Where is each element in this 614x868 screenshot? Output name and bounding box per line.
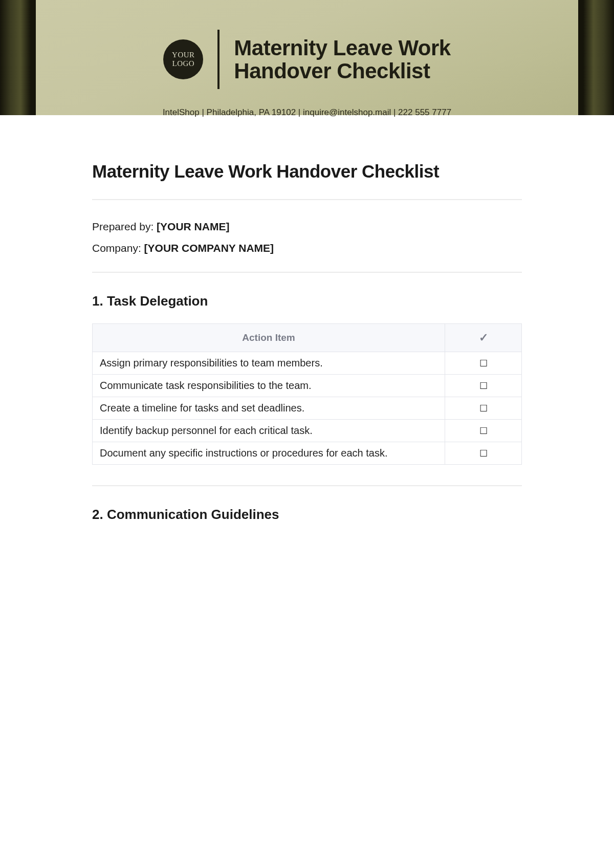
header-band: YOUR LOGO Maternity Leave Work Handover … — [36, 0, 578, 115]
section-2-title: 2. Communication Guidelines — [92, 507, 522, 523]
table-row: Communicate task responsibilities to the… — [93, 375, 522, 397]
header-title-line1: Maternity Leave Work — [234, 36, 450, 59]
prepared-by-line: Prepared by: [YOUR NAME] — [92, 221, 522, 233]
prepared-by-label: Prepared by: — [92, 221, 157, 232]
table-header-row: Action Item ✓ — [93, 324, 522, 352]
checkbox-cell[interactable]: ☐ — [445, 442, 522, 465]
action-item-text: Create a timeline for tasks and set dead… — [93, 397, 445, 420]
checkbox-icon: ☐ — [479, 381, 488, 390]
page: YOUR LOGO Maternity Leave Work Handover … — [36, 0, 578, 523]
header-top: YOUR LOGO Maternity Leave Work Handover … — [36, 30, 578, 89]
table-row: Identify backup personnel for each criti… — [93, 420, 522, 442]
company-label: Company: — [92, 242, 144, 254]
vertical-divider — [217, 30, 220, 89]
action-item-text: Document any specific instructions or pr… — [93, 442, 445, 465]
divider — [92, 272, 522, 273]
logo-text-line1: YOUR — [172, 51, 195, 59]
table-row: Create a timeline for tasks and set dead… — [93, 397, 522, 420]
table-row: Assign primary responsibilities to team … — [93, 352, 522, 375]
page-title: Maternity Leave Work Handover Checklist — [92, 161, 522, 182]
company-line: Company: [YOUR COMPANY NAME] — [92, 242, 522, 254]
checkbox-cell[interactable]: ☐ — [445, 420, 522, 442]
header-title-line2: Handover Checklist — [234, 59, 450, 82]
action-item-text: Identify backup personnel for each criti… — [93, 420, 445, 442]
logo-text-line2: LOGO — [172, 59, 194, 68]
checkbox-cell[interactable]: ☐ — [445, 375, 522, 397]
divider — [92, 199, 522, 200]
content: Maternity Leave Work Handover Checklist … — [36, 115, 578, 523]
logo-placeholder: YOUR LOGO — [163, 39, 203, 79]
checkbox-icon: ☐ — [479, 426, 488, 436]
checkbox-cell[interactable]: ☐ — [445, 397, 522, 420]
header-title: Maternity Leave Work Handover Checklist — [234, 36, 450, 83]
divider — [92, 485, 522, 486]
action-item-text: Communicate task responsibilities to the… — [93, 375, 445, 397]
checkbox-icon: ☐ — [479, 449, 488, 458]
col-checkmark: ✓ — [445, 324, 522, 352]
contact-line: IntelShop | Philadelphia, PA 19102 | inq… — [36, 107, 578, 118]
action-item-text: Assign primary responsibilities to team … — [93, 352, 445, 375]
section-1-title: 1. Task Delegation — [92, 293, 522, 309]
task-delegation-table: Action Item ✓ Assign primary responsibil… — [92, 323, 522, 465]
checkbox-icon: ☐ — [479, 404, 488, 413]
checkbox-cell[interactable]: ☐ — [445, 352, 522, 375]
table-row: Document any specific instructions or pr… — [93, 442, 522, 465]
col-action-item: Action Item — [93, 324, 445, 352]
prepared-by-value: [YOUR NAME] — [157, 221, 229, 232]
company-value: [YOUR COMPANY NAME] — [144, 242, 274, 254]
checkbox-icon: ☐ — [479, 359, 488, 368]
